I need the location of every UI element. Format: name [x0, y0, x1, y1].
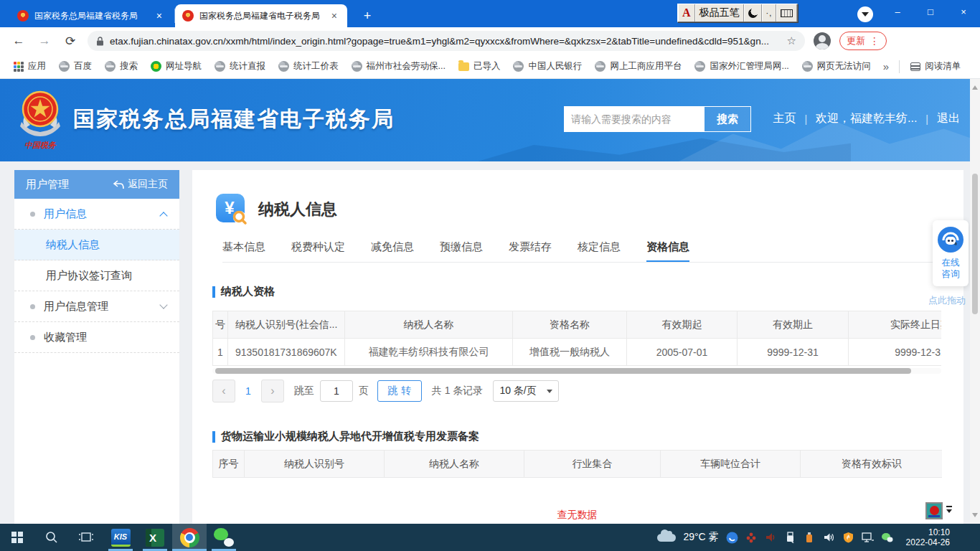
bookmark-item[interactable]: 搜索: [105, 60, 138, 72]
scrollbar-thumb[interactable]: [972, 174, 978, 314]
consult-robot-icon: [937, 226, 964, 253]
tray-security-shield-icon[interactable]: [842, 532, 854, 544]
sidebar-item-agreement-query[interactable]: 用户协议签订查询: [14, 260, 179, 291]
taskbar-app-kis[interactable]: KIS: [103, 524, 138, 551]
bookmark-item[interactable]: 网页无法访问: [802, 60, 871, 72]
bookmarks-overflow-button[interactable]: »: [883, 60, 889, 72]
tray-speaker-icon[interactable]: [823, 532, 835, 544]
ime-fullhalf-button[interactable]: [744, 4, 762, 22]
tray-app-red-cluster-icon[interactable]: [745, 532, 758, 544]
globe-favicon: [595, 61, 606, 72]
table-horizontal-scrollbar[interactable]: [212, 368, 941, 374]
taskbar-app-wechat[interactable]: [207, 524, 241, 551]
minimize-button[interactable]: –: [881, 0, 914, 23]
scroll-up-arrow[interactable]: [972, 83, 978, 90]
start-button[interactable]: [0, 524, 34, 551]
page-number-input[interactable]: [320, 380, 353, 402]
ime-name-button[interactable]: 极品五笔: [695, 4, 744, 22]
ime-softkbd-button[interactable]: [776, 4, 797, 22]
bookmark-item[interactable]: 百度: [59, 60, 92, 72]
bookmark-star-icon[interactable]: ☆: [787, 34, 796, 47]
tab-close-icon[interactable]: ×: [154, 10, 165, 22]
tab-tax-type[interactable]: 税费种认定: [291, 240, 345, 262]
tab-invoice-balance[interactable]: 发票结存: [509, 240, 552, 262]
taskbar-search-button[interactable]: [34, 524, 69, 551]
reload-button[interactable]: ⟳: [60, 31, 80, 51]
tray-wechat-icon[interactable]: [881, 532, 893, 544]
weather-temp: 29°C: [683, 531, 705, 542]
page-scrollbar[interactable]: [970, 79, 980, 524]
tray-volume-red-icon[interactable]: [765, 532, 777, 544]
bookmark-item[interactable]: 国家外汇管理局网...: [694, 60, 788, 72]
tray-app-blue-icon[interactable]: [726, 532, 738, 544]
browser-tab-2[interactable]: 国家税务总局福建省电子税务局 ×: [175, 4, 347, 27]
reading-list-button[interactable]: 阅读清单: [910, 60, 961, 72]
corner-ime-widget[interactable]: [925, 502, 952, 519]
current-page[interactable]: 1: [245, 385, 251, 397]
home-link[interactable]: 主页: [773, 111, 796, 126]
maximize-button[interactable]: □: [914, 0, 947, 23]
close-button[interactable]: ×: [947, 0, 980, 23]
sidebar-item-favorites-mgmt[interactable]: 收藏管理: [14, 322, 179, 353]
scrollbar-thumb[interactable]: [215, 368, 911, 374]
bookmark-item[interactable]: 网址导航: [151, 60, 202, 72]
divider: |: [925, 113, 928, 125]
page-title: 纳税人信息: [258, 199, 337, 220]
tab-close-icon[interactable]: ×: [329, 10, 340, 22]
chrome-update-button[interactable]: 更新 ⋮: [839, 32, 887, 50]
kis-app-icon: KIS: [111, 529, 131, 547]
tray-usb-device-icon[interactable]: [784, 532, 796, 544]
logout-link[interactable]: 退出: [937, 111, 960, 126]
welcome-user-link[interactable]: 欢迎，福建乾丰纺...: [816, 111, 917, 126]
tab-basic-info[interactable]: 基本信息: [222, 240, 265, 262]
jump-button[interactable]: 跳转: [377, 380, 422, 402]
ime-mode-button[interactable]: A: [678, 4, 695, 22]
tab-verification-info[interactable]: 核定信息: [578, 240, 621, 262]
bookmark-item[interactable]: 福州市社会劳动保...: [352, 60, 446, 72]
windows-logo-icon: [11, 532, 23, 543]
bookmark-item[interactable]: 统计直报: [215, 60, 265, 72]
bookmark-item[interactable]: 统计工价表: [278, 60, 339, 72]
sidebar: 用户管理 返回主页 用户信息 纳税人信息 用户协议签订查询 用户信息管理: [14, 170, 179, 524]
taskbar-app-chrome[interactable]: [172, 524, 207, 551]
url-omnibox[interactable]: etax.fujian.chinatax.gov.cn/xxmh/html/in…: [88, 31, 805, 51]
sidebar-item-taxpayer-info[interactable]: 纳税人信息: [14, 230, 179, 260]
tab-qualification-info[interactable]: 资格信息: [646, 240, 689, 262]
browser-profile-chip[interactable]: [857, 6, 873, 22]
scroll-down-arrow[interactable]: [972, 513, 978, 520]
forward-button[interactable]: →: [34, 31, 55, 51]
profile-avatar[interactable]: [814, 32, 831, 50]
tray-usb-orange-icon[interactable]: [804, 532, 816, 544]
ime-punct-button[interactable]: ·,: [762, 4, 777, 22]
search-input[interactable]: [564, 106, 704, 132]
page-size-select[interactable]: 10 条/页: [493, 380, 559, 402]
bookmark-folder[interactable]: 已导入: [458, 60, 501, 72]
back-to-home-button[interactable]: 返回主页: [113, 178, 168, 191]
taskbar-app-excel[interactable]: X: [138, 524, 172, 551]
sidebar-item-user-info-mgmt[interactable]: 用户信息管理: [14, 291, 179, 322]
globe-favicon: [802, 61, 813, 72]
tab-prepay-info[interactable]: 预缴信息: [440, 240, 483, 262]
dropdown-caret-icon[interactable]: [946, 509, 952, 516]
prev-page-button[interactable]: ‹: [212, 380, 235, 402]
browser-tab-1[interactable]: 国家税务总局福建省税务局 ×: [10, 4, 172, 27]
bookmark-item[interactable]: 网上工商应用平台: [595, 60, 682, 72]
online-consult-widget[interactable]: 在线咨询: [933, 220, 969, 286]
task-view-button[interactable]: [69, 524, 103, 551]
search-button[interactable]: 搜索: [704, 106, 751, 132]
new-tab-button[interactable]: +: [357, 6, 377, 26]
next-page-button[interactable]: ›: [261, 380, 284, 402]
drag-hint[interactable]: 点此拖动: [928, 294, 974, 307]
ime-status-icon[interactable]: [925, 502, 943, 519]
back-button[interactable]: ←: [9, 31, 29, 51]
sidebar-item-user-info[interactable]: 用户信息: [14, 199, 179, 230]
bookmark-apps[interactable]: 应用: [14, 60, 46, 72]
taskbar-clock[interactable]: 10:10 2022-04-26: [900, 527, 956, 547]
tray-network-icon[interactable]: [862, 532, 874, 544]
tab-reduction-info[interactable]: 减免信息: [371, 240, 414, 262]
page-title-block: ¥ 纳税人信息: [215, 193, 337, 226]
bookmark-item[interactable]: 中国人民银行: [513, 60, 582, 72]
weather-cloud-icon[interactable]: [657, 534, 676, 542]
table-header-row: 号 纳税人识别号(社会信... 纳税人名称 资格名称 有效期起 有效期止 实际终…: [212, 311, 941, 339]
minimize-icon[interactable]: [946, 506, 952, 507]
